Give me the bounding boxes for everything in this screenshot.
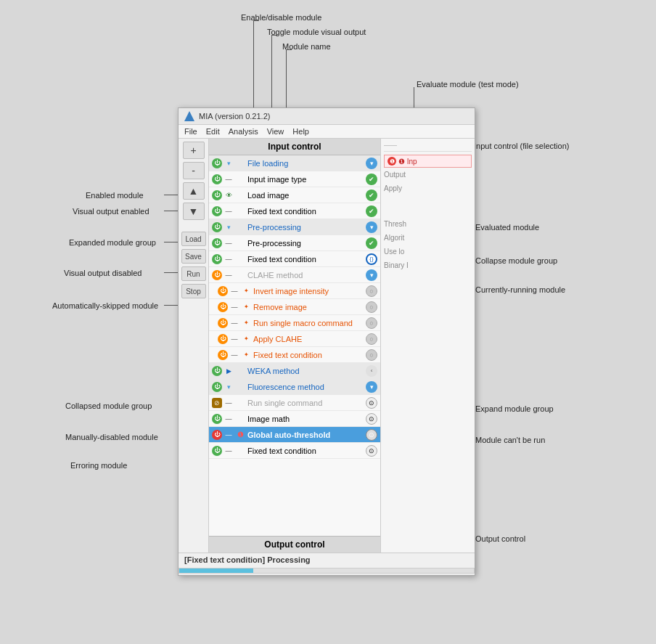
module-status-icon[interactable]: ▾ xyxy=(366,381,377,393)
progress-bar-container xyxy=(179,568,475,574)
annotation-currently-running: Currently-running module xyxy=(475,285,565,294)
module-status-icon[interactable]: ○ xyxy=(366,333,377,345)
module-status-icon[interactable]: ✔ xyxy=(366,189,377,201)
module-visual-toggle[interactable]: — xyxy=(224,430,234,440)
module-enable-button[interactable]: ⏻ xyxy=(212,174,222,184)
module-status-icon[interactable]: ⊙ xyxy=(366,397,377,409)
module-status-icon[interactable]: ✔ xyxy=(366,174,377,185)
module-enable-button[interactable]: ⏻ xyxy=(218,350,228,360)
module-enable-button[interactable]: ⏻ xyxy=(212,206,222,216)
module-enable-button[interactable]: ⏻ xyxy=(212,430,222,440)
module-name-label: Run single macro command xyxy=(253,319,364,327)
module-status-icon[interactable]: ▾ xyxy=(366,221,377,233)
module-row[interactable]: ⏻ — ✦ Remove image ○ xyxy=(209,299,380,315)
module-status-icon[interactable]: ⊙ xyxy=(366,429,377,441)
module-enable-button[interactable]: ⏻ xyxy=(212,382,222,392)
module-enable-button[interactable]: ⏻ xyxy=(212,190,222,200)
menu-analysis[interactable]: Analysis xyxy=(229,127,258,136)
module-status-icon[interactable]: ▾ xyxy=(366,158,377,169)
annotation-manually-disabled: Manually-disabled module xyxy=(65,433,158,441)
module-visual-toggle[interactable]: 👁 xyxy=(224,190,234,200)
module-row[interactable]: ⏻ — Input image type ✔ xyxy=(209,171,380,187)
module-row[interactable]: ⏻ — ✦ Run single macro command ○ xyxy=(209,315,380,331)
module-row[interactable]: ⏻ — ✦ Apply CLAHE ○ xyxy=(209,331,380,347)
module-visual-toggle[interactable]: — xyxy=(224,174,234,184)
module-visual-toggle[interactable]: — xyxy=(229,286,239,296)
module-visual-toggle[interactable]: — xyxy=(224,238,234,248)
module-visual-toggle[interactable]: — xyxy=(229,302,239,312)
module-enable-button[interactable]: ⏻ xyxy=(212,238,222,248)
module-enable-button[interactable]: ⏻ xyxy=(218,286,228,296)
module-status-icon[interactable]: ⊙ xyxy=(366,413,377,425)
module-row[interactable]: ⊘ — Run single command ⊙ xyxy=(209,395,380,411)
module-collapse-button[interactable]: ▾ xyxy=(224,222,234,232)
binary-section: Binary I xyxy=(384,261,472,271)
module-row[interactable]: ⏻ — Pre-processing ✔ xyxy=(209,235,380,251)
module-enable-button[interactable]: ⏻ xyxy=(218,334,228,344)
module-status-icon[interactable]: ‹ xyxy=(366,365,377,377)
module-row[interactable]: ⏻ ▾ File loading ▾ xyxy=(209,155,380,171)
module-row[interactable]: ⏻ 👁 Load image ✔ xyxy=(209,187,380,203)
module-status-icon[interactable]: ✔ xyxy=(366,237,377,249)
module-row[interactable]: ⏻ — CLAHE method ▾ xyxy=(209,267,380,283)
add-module-button[interactable]: + xyxy=(183,142,205,159)
module-visual-toggle[interactable]: — xyxy=(229,350,239,360)
module-row[interactable]: ⏻ — ✦ Invert image intensity ○ xyxy=(209,283,380,299)
module-enable-button[interactable]: ⏻ xyxy=(212,446,222,456)
module-name-label: Fluorescence method xyxy=(247,383,364,391)
menu-edit[interactable]: Edit xyxy=(206,127,220,136)
module-status-icon[interactable]: ⊙ xyxy=(366,445,377,457)
module-expand-button[interactable]: ▶ xyxy=(224,366,234,376)
module-enable-button[interactable]: ⏻ xyxy=(212,414,222,424)
menu-view[interactable]: View xyxy=(267,127,284,136)
module-visual-toggle[interactable]: — xyxy=(224,206,234,216)
move-up-button[interactable]: ▲ xyxy=(183,182,205,200)
module-status-icon[interactable]: ○ xyxy=(366,301,377,313)
module-row[interactable]: ⏻ — Fixed text condition ⊙ xyxy=(209,443,380,459)
load-button[interactable]: Load xyxy=(181,232,206,246)
module-enable-button[interactable]: ⏻ xyxy=(212,222,222,232)
save-button[interactable]: Save xyxy=(181,249,206,264)
module-enable-button[interactable]: ⏻ xyxy=(212,270,222,280)
module-visual-toggle[interactable]: — xyxy=(224,414,234,424)
module-row[interactable]: ⏻ — ✦ Fixed text condition ○ xyxy=(209,347,380,363)
module-status-icon[interactable]: ○ xyxy=(366,349,377,361)
menu-help[interactable]: Help xyxy=(292,127,309,136)
module-visual-toggle[interactable]: — xyxy=(229,318,239,328)
module-visual-toggle[interactable]: — xyxy=(224,270,234,280)
module-status-icon[interactable]: ○ xyxy=(366,317,377,329)
module-status-icon[interactable]: {} xyxy=(366,253,377,265)
module-row[interactable]: ⏻ ▶ WEKA method ‹ xyxy=(209,363,380,379)
module-enable-button[interactable]: ⏻ xyxy=(212,366,222,376)
module-enable-button[interactable]: ⊘ xyxy=(212,398,222,408)
module-row[interactable]: ⏻ — ❶ Global auto-threshold ⊙ xyxy=(209,427,380,443)
module-row[interactable]: ⏻ — Fixed text condition {} xyxy=(209,251,380,267)
module-visual-toggle[interactable]: — xyxy=(229,334,239,344)
module-type-icon xyxy=(235,238,245,248)
module-status-icon[interactable]: ✔ xyxy=(366,205,377,217)
module-enable-button[interactable]: ⏻ xyxy=(218,318,228,328)
module-list[interactable]: ⏻ ▾ File loading ▾ ⏻ — Input image type … xyxy=(209,155,380,536)
module-type-icon xyxy=(235,206,245,216)
threshold-section: Thresh xyxy=(384,220,472,229)
module-enable-button[interactable]: ⏻ xyxy=(212,254,222,264)
module-visual-toggle[interactable]: — xyxy=(224,446,234,456)
move-down-button[interactable]: ▼ xyxy=(183,203,205,220)
menu-file[interactable]: File xyxy=(184,127,197,136)
module-collapse-button[interactable]: ▾ xyxy=(224,158,234,168)
module-visual-toggle[interactable]: — xyxy=(224,254,234,264)
run-button[interactable]: Run xyxy=(181,266,206,281)
module-row[interactable]: ⏻ ▾ Pre-processing ▾ xyxy=(209,219,380,235)
module-enable-button[interactable]: ⏻ xyxy=(212,158,222,168)
stop-button[interactable]: Stop xyxy=(181,284,206,298)
module-visual-toggle[interactable]: — xyxy=(224,398,234,408)
module-row[interactable]: ⏻ ▾ Fluorescence method ▾ xyxy=(209,379,380,395)
module-status-icon[interactable]: ▾ xyxy=(366,269,377,281)
remove-module-button[interactable]: - xyxy=(183,162,205,179)
module-type-icon xyxy=(235,158,245,168)
module-row[interactable]: ⏻ — Fixed text condition ✔ xyxy=(209,203,380,219)
module-collapse-button[interactable]: ▾ xyxy=(224,382,234,392)
module-enable-button[interactable]: ⏻ xyxy=(218,302,228,312)
module-status-icon[interactable]: ○ xyxy=(366,285,377,297)
module-row[interactable]: ⏻ — Image math ⊙ xyxy=(209,411,380,427)
